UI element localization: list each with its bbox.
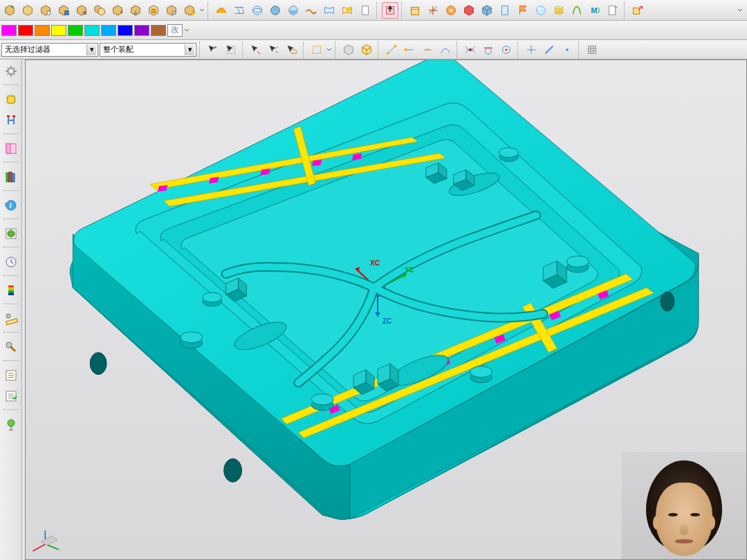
- book-write-icon[interactable]: [339, 2, 356, 19]
- clamp-blue-icon[interactable]: [2, 111, 20, 129]
- snap-point-icon[interactable]: [559, 41, 575, 58]
- color-cyan[interactable]: [84, 25, 100, 36]
- separator: [401, 2, 404, 19]
- list-check-icon[interactable]: [2, 387, 20, 405]
- snap-diag-icon[interactable]: [383, 41, 400, 58]
- cube-ref-icon[interactable]: [127, 2, 144, 19]
- cube-plus-icon[interactable]: [1, 2, 18, 19]
- snap-mid-icon[interactable]: [419, 41, 436, 58]
- color-brown[interactable]: [151, 25, 166, 36]
- ball-green-icon[interactable]: [2, 416, 20, 433]
- separator: [3, 162, 19, 164]
- gear-icon[interactable]: [2, 62, 20, 80]
- separator: [378, 41, 380, 58]
- chevron-down-icon[interactable]: [184, 28, 190, 33]
- circle-dot-icon[interactable]: [443, 2, 459, 19]
- square-cursor-icon[interactable]: [382, 2, 398, 19]
- scope-dropdown[interactable]: 整个装配 ▾: [100, 43, 196, 57]
- surface-mesh-icon[interactable]: [231, 2, 248, 19]
- snap-intersect-icon[interactable]: [462, 41, 479, 58]
- svg-point-88: [499, 148, 519, 158]
- list-lines-icon[interactable]: [2, 366, 20, 384]
- globe-icon[interactable]: [2, 225, 20, 243]
- separator: [3, 275, 19, 277]
- box-3d-icon[interactable]: [340, 41, 357, 58]
- box-iso-icon[interactable]: [358, 41, 375, 58]
- wrench-gear-icon[interactable]: [2, 338, 20, 356]
- grid-icon[interactable]: [584, 41, 600, 58]
- sphere-half-icon[interactable]: [285, 2, 302, 19]
- cursor-arrow-icon[interactable]: [248, 41, 264, 58]
- layout-pink-icon[interactable]: [2, 140, 20, 158]
- book-open-icon[interactable]: [321, 2, 338, 19]
- svg-rect-11: [412, 7, 419, 9]
- page-blue-icon[interactable]: [497, 2, 513, 19]
- scope-dropdown-value: 整个装配: [103, 44, 185, 55]
- svg-point-36: [10, 70, 12, 73]
- snap-tangent-icon[interactable]: [480, 41, 497, 58]
- page-turn-icon[interactable]: [605, 2, 621, 19]
- color-orange[interactable]: [35, 25, 50, 36]
- cube-new-icon[interactable]: [19, 2, 36, 19]
- color-green[interactable]: [68, 25, 83, 36]
- cube-export-icon[interactable]: [109, 2, 126, 19]
- surface-wave-icon[interactable]: [303, 2, 320, 19]
- svg-point-86: [566, 256, 589, 267]
- filter-dropdown[interactable]: 无选择过滤器 ▾: [1, 43, 98, 57]
- cursor-plus-icon[interactable]: [205, 41, 221, 58]
- color-lightblue[interactable]: [101, 25, 116, 36]
- snap-perp-icon[interactable]: [523, 41, 540, 58]
- flag-orange-icon[interactable]: [515, 2, 531, 19]
- snap-line-icon[interactable]: [541, 41, 557, 58]
- color-magenta[interactable]: [1, 25, 17, 36]
- separator: [199, 41, 202, 58]
- rope-green-icon[interactable]: [569, 2, 585, 19]
- select-box-icon[interactable]: [223, 41, 239, 58]
- modify-color-button[interactable]: 改: [167, 24, 183, 37]
- sphere-wire-icon[interactable]: [249, 2, 266, 19]
- surface-curved-icon[interactable]: [213, 2, 230, 19]
- cube-save-icon[interactable]: [55, 2, 72, 19]
- person-face: [656, 483, 712, 556]
- marquee-icon[interactable]: [308, 41, 325, 58]
- cube-shaded-icon[interactable]: [479, 2, 495, 19]
- color-purple[interactable]: [134, 25, 149, 36]
- cube-open-icon[interactable]: [37, 2, 54, 19]
- measure-icon[interactable]: [2, 310, 20, 328]
- info-blue-icon[interactable]: i: [2, 196, 20, 214]
- color-yellow[interactable]: [51, 25, 66, 36]
- gradient-icon[interactable]: [2, 281, 20, 299]
- cursor-lasso-icon[interactable]: [284, 41, 300, 58]
- snap-center-icon[interactable]: [498, 41, 515, 58]
- cursor-branch-icon[interactable]: [266, 41, 282, 58]
- color-red[interactable]: [18, 25, 33, 36]
- box-export-icon[interactable]: [629, 2, 646, 19]
- 3d-viewport[interactable]: XC YC ZC X Y: [25, 59, 747, 560]
- cube-anchor-icon[interactable]: [145, 2, 162, 19]
- cube-list-icon[interactable]: [73, 2, 90, 19]
- cube-wrench-icon[interactable]: [163, 2, 180, 19]
- m-script-icon[interactable]: M: [587, 2, 603, 19]
- snap-end-icon[interactable]: [401, 41, 418, 58]
- cube-red-icon[interactable]: [461, 2, 477, 19]
- svg-point-6: [271, 6, 280, 15]
- books-icon[interactable]: [2, 168, 20, 186]
- clock-icon[interactable]: [2, 253, 20, 271]
- color-blue[interactable]: [118, 25, 133, 36]
- page-icon[interactable]: [357, 2, 374, 19]
- axis-plus-icon[interactable]: [425, 2, 441, 19]
- sphere-solid-icon[interactable]: [267, 2, 284, 19]
- stack-yellow-icon[interactable]: [551, 2, 567, 19]
- cube-group-icon[interactable]: [91, 2, 108, 19]
- toolbar-row-filters: 无选择过滤器 ▾ 整个装配 ▾: [0, 40, 747, 59]
- sphere-glass-icon[interactable]: [533, 2, 549, 19]
- snap-curve-icon[interactable]: [437, 41, 454, 58]
- svg-point-91: [661, 292, 674, 311]
- box-gift-icon[interactable]: [407, 2, 423, 19]
- overflow-chevron-icon[interactable]: [737, 8, 743, 13]
- chip-yellow-icon[interactable]: [2, 91, 20, 109]
- cube-edit-icon[interactable]: [181, 2, 198, 19]
- chevron-down-icon[interactable]: [326, 47, 332, 53]
- left-toolbar: i: [0, 59, 22, 560]
- chevron-down-icon[interactable]: [199, 8, 205, 13]
